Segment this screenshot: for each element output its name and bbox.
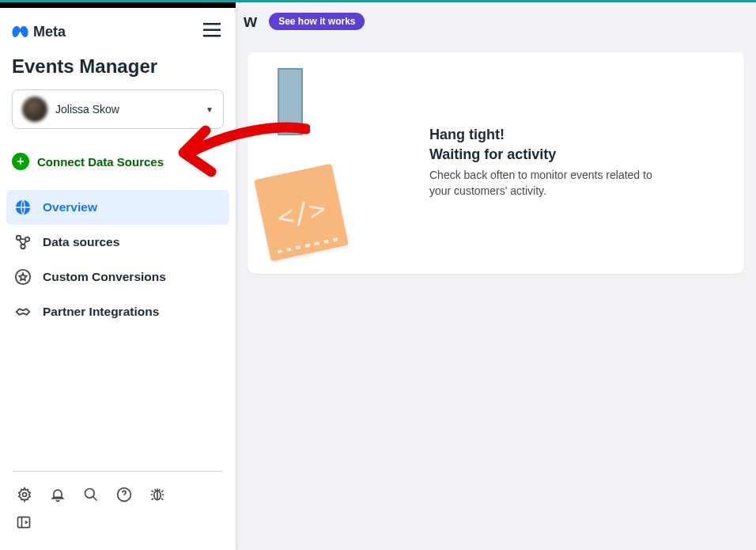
search-button[interactable] <box>82 486 100 503</box>
help-icon <box>116 487 132 503</box>
handshake-icon <box>14 303 32 321</box>
connect-data-sources-button[interactable]: + Connect Data Sources <box>0 153 236 170</box>
sidebar: Meta Events Manager Jolissa Skow ▼ + Con… <box>0 8 236 550</box>
plus-circle-icon: + <box>12 153 29 170</box>
partial-header-text: w <box>244 11 257 32</box>
settings-button[interactable] <box>16 486 33 503</box>
panel-collapse-icon <box>16 514 32 530</box>
divider <box>13 471 223 472</box>
svg-rect-2 <box>203 35 221 37</box>
card-subtitle: Waiting for activity <box>429 146 720 163</box>
nav-label-data-sources: Data sources <box>43 235 119 249</box>
globe-icon <box>14 199 32 216</box>
account-selector[interactable]: Jolissa Skow ▼ <box>12 89 224 129</box>
brand-text: Meta <box>33 24 66 40</box>
pixel-illustration: </> <box>271 76 358 250</box>
nodes-icon <box>14 233 32 251</box>
svg-rect-1 <box>203 29 221 32</box>
meta-logo-icon <box>12 26 29 37</box>
bug-report-button[interactable] <box>149 486 166 503</box>
nav-label-overview: Overview <box>43 200 97 214</box>
help-button[interactable] <box>115 486 133 503</box>
bug-icon <box>149 487 165 503</box>
nav-label-custom-conversions: Custom Conversions <box>43 270 166 284</box>
menu-toggle-button[interactable] <box>200 20 224 44</box>
svg-point-4 <box>17 236 21 241</box>
svg-point-8 <box>23 493 27 497</box>
svg-rect-0 <box>203 23 221 25</box>
collapse-sidebar-button[interactable] <box>16 514 32 533</box>
waiting-card: </> Hang tight! Waiting for activity Che… <box>248 52 744 274</box>
gear-icon <box>17 487 32 503</box>
search-icon <box>83 487 99 503</box>
main-content: w See how it works </> Hang tight! Waiti… <box>236 2 756 274</box>
nav-item-partner-integrations[interactable]: Partner Integrations <box>6 294 229 329</box>
account-name: Jolissa Skow <box>55 103 198 116</box>
nav-item-overview[interactable]: Overview <box>6 190 229 225</box>
window-chrome-strip <box>0 2 236 8</box>
main-header: w See how it works <box>236 2 756 40</box>
star-circle-icon <box>14 268 32 286</box>
svg-point-9 <box>85 489 95 499</box>
connect-data-sources-label: Connect Data Sources <box>37 155 164 169</box>
avatar <box>22 97 47 122</box>
page-title: Events Manager <box>12 55 224 78</box>
nav-label-partner-integrations: Partner Integrations <box>43 305 159 319</box>
hamburger-icon <box>203 23 221 37</box>
meta-brand: Meta <box>12 24 66 40</box>
nav-item-data-sources[interactable]: Data sources <box>6 225 229 260</box>
nav-item-custom-conversions[interactable]: Custom Conversions <box>6 260 229 294</box>
caret-down-icon: ▼ <box>206 105 214 114</box>
nav-list: Overview Data sources Custom Conversions <box>0 190 236 329</box>
card-description: Check back often to monitor events relat… <box>429 168 675 199</box>
notifications-button[interactable] <box>49 486 66 503</box>
bell-icon <box>50 487 66 503</box>
card-title: Hang tight! <box>429 127 720 143</box>
see-how-it-works-button[interactable]: See how it works <box>269 13 365 30</box>
